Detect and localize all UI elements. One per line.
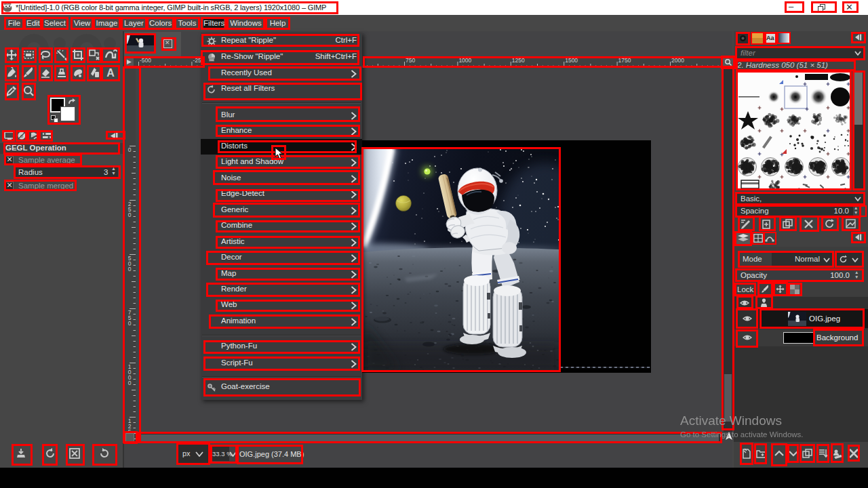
svg-text:0: 0 xyxy=(128,266,132,272)
svg-text:1000: 1000 xyxy=(458,57,471,64)
svg-text:100: 100 xyxy=(210,59,214,62)
svg-text:0: 0 xyxy=(128,146,132,153)
svg-text:750: 750 xyxy=(406,57,415,64)
svg-text:-500: -500 xyxy=(140,57,151,64)
svg-text:1750: 1750 xyxy=(618,57,631,64)
svg-text:A: A xyxy=(106,67,115,79)
svg-text:2000: 2000 xyxy=(671,57,684,64)
svg-text:0: 0 xyxy=(128,320,132,327)
svg-text:o: o xyxy=(20,134,23,138)
svg-text:1500: 1500 xyxy=(565,57,578,64)
svg-text:0: 0 xyxy=(128,211,132,218)
svg-text:1250: 1250 xyxy=(512,57,525,64)
svg-text:0: 0 xyxy=(128,380,132,386)
